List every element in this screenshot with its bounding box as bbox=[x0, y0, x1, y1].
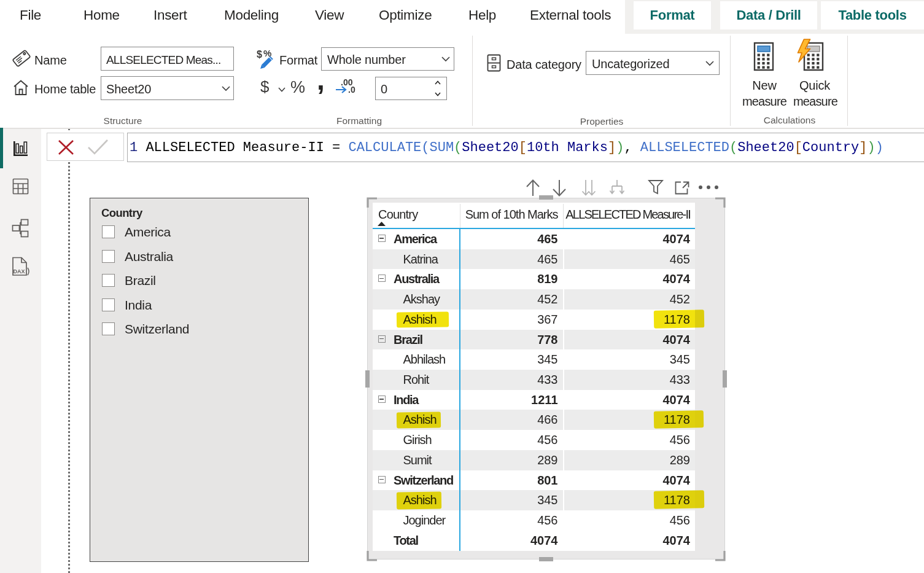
svg-text:DAX: DAX bbox=[14, 268, 25, 275]
